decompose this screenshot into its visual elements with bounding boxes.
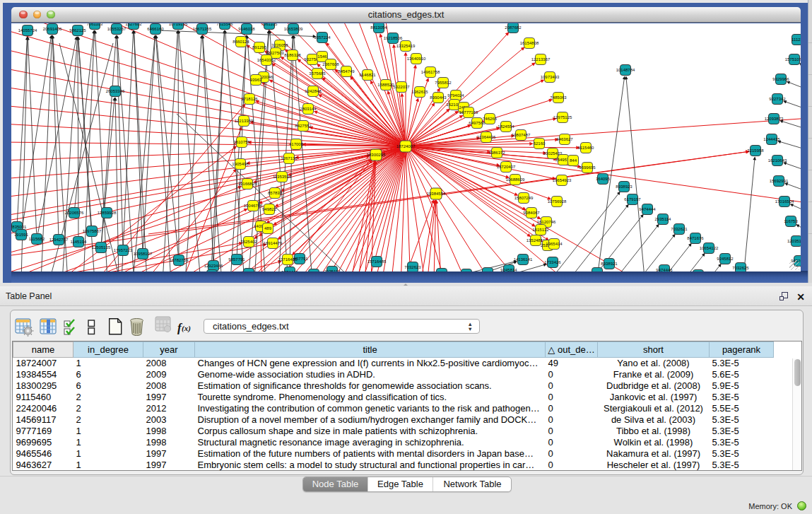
svg-text:12093873: 12093873: [765, 117, 784, 121]
svg-text:1588520: 1588520: [377, 83, 394, 87]
svg-text:5322037: 5322037: [393, 85, 410, 89]
svg-text:857833: 857833: [268, 191, 283, 195]
svg-text:17835001: 17835001: [11, 225, 27, 229]
svg-text:9357224: 9357224: [314, 35, 331, 40]
svg-text:18724007: 18724007: [396, 144, 416, 148]
svg-text:9474442: 9474442: [281, 270, 298, 271]
svg-text:949822: 949822: [262, 207, 277, 211]
svg-text:3267130: 3267130: [281, 156, 298, 160]
svg-text:16210643: 16210643: [768, 158, 787, 163]
svg-text:1615132: 1615132: [532, 228, 549, 232]
svg-text:1905498: 1905498: [232, 162, 249, 166]
svg-text:9245812: 9245812: [717, 257, 734, 261]
svg-text:3226058: 3226058: [271, 43, 288, 47]
svg-text:8427552: 8427552: [295, 124, 312, 128]
svg-text:3215958: 3215958: [747, 148, 764, 153]
svg-text:10654124: 10654124: [478, 271, 498, 271]
svg-text:8186328: 8186328: [284, 53, 301, 57]
svg-text:10148784: 10148784: [616, 68, 635, 72]
svg-text:10653809: 10653809: [284, 27, 303, 31]
svg-text:19218506: 19218506: [384, 36, 403, 40]
svg-text:12213367: 12213367: [531, 57, 551, 62]
svg-text:10553267: 10553267: [107, 27, 126, 31]
svg-text:2935112: 2935112: [324, 269, 341, 271]
svg-text:7955812: 7955812: [435, 81, 452, 85]
svg-text:11121: 11121: [792, 37, 801, 42]
svg-text:1824554: 1824554: [498, 124, 514, 129]
svg-text:391591: 391591: [14, 233, 29, 237]
svg-text:1546: 1546: [317, 54, 327, 59]
svg-text:8990443: 8990443: [430, 95, 447, 100]
svg-text:9146821: 9146821: [359, 73, 376, 77]
svg-text:11353594: 11353594: [273, 175, 292, 179]
svg-text:17957223: 17957223: [114, 248, 133, 252]
svg-text:14055724: 14055724: [18, 28, 37, 33]
svg-text:489: 489: [264, 226, 272, 230]
svg-text:13325419: 13325419: [396, 44, 416, 48]
svg-text:16671355: 16671355: [193, 27, 212, 31]
svg-text:9794024: 9794024: [447, 93, 464, 98]
svg-text:15692991: 15692991: [770, 179, 789, 183]
svg-text:10046766: 10046766: [244, 204, 263, 208]
svg-text:15751074: 15751074: [785, 57, 801, 62]
svg-text:62160: 62160: [534, 141, 546, 146]
svg-text:2367608: 2367608: [322, 62, 339, 66]
svg-text:16120746: 16120746: [537, 220, 556, 224]
svg-text:15720407: 15720407: [497, 165, 516, 169]
svg-text:16543362: 16543362: [257, 58, 276, 62]
svg-text:9146038: 9146038: [238, 27, 255, 31]
svg-text:116753: 116753: [784, 219, 798, 223]
svg-text:10756928: 10756928: [548, 199, 567, 204]
svg-text:2803144: 2803144: [300, 107, 317, 111]
svg-text:9242848: 9242848: [305, 89, 322, 93]
svg-text:9857791: 9857791: [228, 257, 245, 262]
svg-text:19654923: 19654923: [553, 178, 572, 182]
svg-text:7061103: 7061103: [87, 23, 104, 26]
svg-text:7032625: 7032625: [732, 266, 749, 270]
svg-text:8938921: 8938921: [601, 262, 618, 266]
svg-text:12505135: 12505135: [92, 245, 111, 250]
svg-text:1115682: 1115682: [29, 237, 45, 241]
svg-text:6466160: 6466160: [147, 27, 164, 31]
svg-text:18300295: 18300295: [367, 153, 386, 157]
svg-text:17016504: 17016504: [775, 199, 794, 204]
svg-text:13716485: 13716485: [278, 257, 298, 262]
svg-text:6179197: 6179197: [624, 197, 641, 201]
svg-text:7515546: 7515546: [216, 23, 233, 26]
svg-text:9474446: 9474446: [656, 268, 673, 271]
svg-text:8454749: 8454749: [338, 69, 355, 74]
svg-text:15716485: 15716485: [367, 259, 387, 264]
svg-text:2718126: 2718126: [241, 97, 258, 101]
svg-text:10688609: 10688609: [506, 177, 525, 182]
svg-text:7032621: 7032621: [671, 227, 688, 231]
svg-text:12942757: 12942757: [49, 238, 69, 242]
svg-text:9245814: 9245814: [500, 268, 517, 271]
svg-text:9699695: 9699695: [579, 165, 596, 170]
svg-text:6179195: 6179195: [589, 271, 606, 271]
svg-text:14136141: 14136141: [514, 257, 533, 262]
svg-text:7061105: 7061105: [261, 23, 278, 26]
svg-text:9115460: 9115460: [578, 146, 595, 150]
svg-text:2935114: 2935114: [655, 217, 672, 221]
svg-text:19166825: 19166825: [238, 182, 257, 186]
svg-text:12923446: 12923446: [204, 264, 223, 268]
svg-text:746266: 746266: [483, 117, 498, 121]
svg-text:891295: 891295: [252, 45, 267, 49]
svg-text:10975867: 10975867: [83, 229, 102, 233]
svg-text:13640910: 13640910: [407, 57, 426, 61]
svg-text:8660124: 8660124: [233, 40, 249, 44]
svg-text:(x): (x): [182, 324, 191, 333]
svg-text:1733426: 1733426: [544, 260, 561, 264]
svg-text:12975125: 12975125: [553, 115, 572, 119]
svg-text:20206576: 20206576: [65, 211, 84, 215]
svg-text:93963: 93963: [250, 78, 262, 82]
svg-text:9329966: 9329966: [772, 77, 789, 81]
svg-text:2087682: 2087682: [505, 25, 522, 30]
svg-text:12035118: 12035118: [787, 239, 801, 243]
svg-text:10807487: 10807487: [512, 133, 531, 137]
svg-text:10719155: 10719155: [169, 23, 188, 26]
svg-text:1145194: 1145194: [71, 240, 88, 244]
svg-text:1527602: 1527602: [125, 23, 142, 26]
svg-text:12213369: 12213369: [235, 119, 254, 123]
svg-text:7485063: 7485063: [550, 95, 567, 100]
